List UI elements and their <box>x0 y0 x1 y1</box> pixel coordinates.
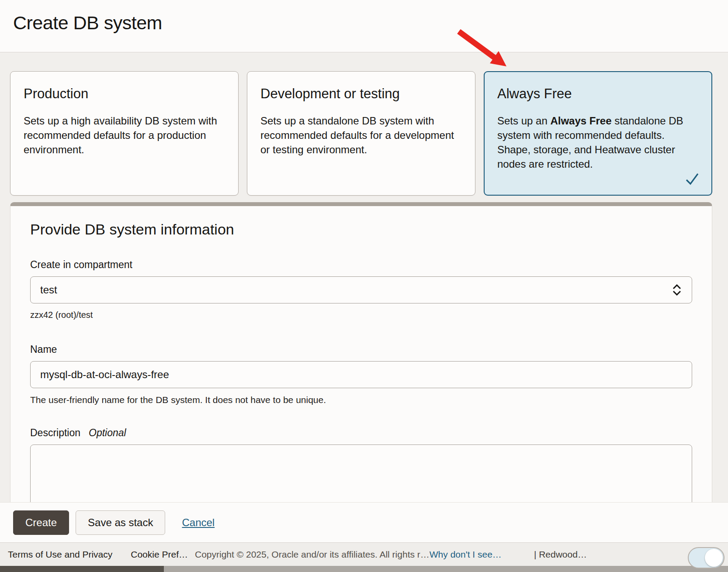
description-label: Description <box>30 427 80 439</box>
compartment-label: Create in compartment <box>30 259 692 271</box>
always-free-desc-bold: Always Free <box>550 115 611 127</box>
name-input[interactable] <box>30 361 692 388</box>
page-title: Create DB system <box>0 0 728 34</box>
section-title: Provide DB system information <box>30 221 692 238</box>
card-development-description: Sets up a standalone DB system with reco… <box>260 114 462 157</box>
card-production-title: Production <box>24 86 225 102</box>
card-always-free[interactable]: Always Free Sets up an Always Free stand… <box>484 71 712 196</box>
create-button[interactable]: Create <box>13 510 69 535</box>
redwood-theme-toggle[interactable] <box>688 547 725 569</box>
copyright-text: Copyright © 2025, Oracle and/or its affi… <box>195 549 430 560</box>
db-system-information-panel: Provide DB system information Create in … <box>10 202 712 502</box>
name-helper-text: The user-friendly name for the DB system… <box>30 395 692 405</box>
description-textarea[interactable] <box>30 445 692 502</box>
card-development-or-testing[interactable]: Development or testing Sets up a standal… <box>247 71 475 196</box>
cookie-preferences-link[interactable]: Cookie Pref… <box>131 549 188 560</box>
always-free-desc-prefix: Sets up an <box>497 115 550 127</box>
selected-check-icon <box>685 172 699 185</box>
description-optional-tag: Optional <box>89 427 126 439</box>
card-always-free-title: Always Free <box>497 86 699 102</box>
toggle-knob <box>705 549 723 567</box>
db-system-type-options: Production Sets up a high availability D… <box>10 71 712 196</box>
name-label: Name <box>30 344 692 355</box>
save-as-stack-button[interactable]: Save as stack <box>76 510 165 535</box>
terms-of-use-link[interactable]: Terms of Use and Privacy <box>8 549 112 560</box>
card-development-title: Development or testing <box>260 86 462 102</box>
horizontal-scrollbar-thumb[interactable] <box>0 566 164 572</box>
cancel-link[interactable]: Cancel <box>182 517 215 529</box>
card-production[interactable]: Production Sets up a high availability D… <box>10 71 239 196</box>
horizontal-scrollbar-track[interactable] <box>0 566 728 572</box>
compartment-helper-text: zzx42 (root)/test <box>30 310 692 320</box>
page-header: Create DB system <box>0 0 728 52</box>
card-production-description: Sets up a high availability DB system wi… <box>24 114 225 157</box>
compartment-select[interactable]: test <box>30 276 692 303</box>
select-stepper-icon <box>672 284 682 296</box>
card-always-free-description: Sets up an Always Free standalone DB sys… <box>497 114 699 171</box>
compartment-selected-value: test <box>40 284 57 296</box>
redwood-link[interactable]: | Redwood… <box>534 549 587 560</box>
action-bar: Create Save as stack Cancel <box>0 502 728 542</box>
footer: Terms of Use and Privacy Cookie Pref… Co… <box>0 542 728 566</box>
description-label-row: Description Optional <box>30 427 692 439</box>
why-dont-i-see-link[interactable]: Why don't I see… <box>430 549 502 560</box>
